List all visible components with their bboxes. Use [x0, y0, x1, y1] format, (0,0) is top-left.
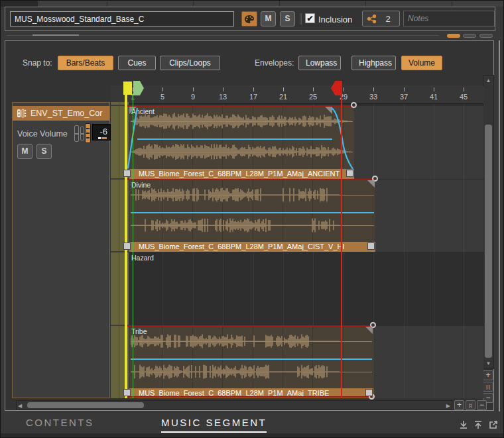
ruler-bar-number: 21 — [274, 93, 292, 101]
volume-envelope-line[interactable] — [131, 358, 372, 360]
horizontal-scrollbar-thumb[interactable] — [27, 402, 144, 408]
fader-icon — [80, 127, 84, 140]
scroll-left-arrow[interactable]: ◀ — [18, 403, 22, 409]
ruler-tick — [344, 87, 344, 91]
ruler-tick — [373, 87, 374, 91]
scroll-down-arrow[interactable]: ▼ — [483, 360, 493, 366]
track-label: Hazard — [131, 254, 211, 262]
voice-volume-number: -6 — [99, 127, 107, 137]
track-label: Ancient — [131, 107, 211, 116]
envelope-bottom-line[interactable] — [124, 396, 372, 398]
clip[interactable]: MUS_Biome_Forest_C_68BPM_L28M_P1M_AMaj_T… — [129, 326, 373, 398]
scroll-right-arrow[interactable]: ▶ — [446, 403, 450, 409]
open-in-new-window-icon[interactable] — [488, 419, 500, 430]
clip[interactable]: MUS_Biome_Forest_C_68BPM_L28M_P1M_AMaj_A… — [129, 106, 354, 179]
pre-entry-column-line — [119, 102, 119, 398]
vertical-scrollbar[interactable]: ▲ ▼ — [483, 75, 494, 369]
ruler-tick — [464, 87, 464, 91]
waveform-zero-line — [131, 121, 353, 122]
voice-volume-label: Voice Volume — [17, 129, 68, 138]
h-zoom-fit-button[interactable]: |:| — [466, 400, 475, 410]
track-empty-right-area[interactable] — [354, 106, 483, 179]
clip-name-bar[interactable]: MUS_Biome_Forest_C_68BPM_L28M_P1M_AMaj_C… — [129, 242, 375, 252]
volume-envelope-line[interactable] — [137, 138, 332, 140]
voice-volume-value[interactable]: -6 — [92, 124, 111, 140]
track-header-panel[interactable]: ENV_ST_Emo_Cor Voice Volume -6 M S — [12, 102, 110, 398]
ruler-bar-number: 25 — [304, 93, 322, 101]
ruler-tick — [404, 87, 405, 91]
ruler-tick — [434, 87, 434, 91]
clip-left-handle[interactable] — [123, 170, 131, 177]
selection-start-flag[interactable] — [123, 82, 132, 95]
ruler-bar-number: 45 — [454, 93, 473, 101]
exit-cue-line[interactable] — [341, 93, 342, 398]
volume-envelope-line[interactable] — [131, 212, 374, 213]
track-name: ENV_ST_Emo_Cor — [31, 109, 102, 118]
clip-left-handle[interactable] — [123, 389, 131, 396]
waveform-zero-line — [131, 225, 374, 226]
scroll-to-top-icon[interactable] — [473, 419, 485, 430]
vertical-scrollbar-thumb[interactable] — [485, 125, 492, 358]
track-header-title-bar[interactable]: ENV_ST_Emo_Cor — [13, 106, 109, 121]
tab-music-segment[interactable]: MUSIC SEGMENT — [161, 417, 267, 433]
fader-icon — [74, 125, 79, 142]
track-mute-button[interactable]: M — [17, 144, 32, 159]
ruler-tick — [313, 87, 314, 91]
ruler-bar-number: 33 — [364, 93, 383, 101]
track-label: Divine — [131, 181, 211, 190]
clip-right-handle[interactable] — [367, 243, 375, 250]
waveform-zero-line — [131, 372, 372, 372]
music-track-icon — [17, 109, 27, 118]
clip[interactable]: MUS_Biome_Forest_C_68BPM_L28M_P1M_AMaj_C… — [129, 180, 375, 252]
ruler-tick — [133, 87, 133, 91]
v-zoom-fit-button[interactable]: |:| — [483, 382, 493, 392]
envelope-top-line[interactable] — [124, 179, 375, 180]
music-segment-editor-window: M S ✔ Inclusion 2 Snap to: Bars/Beats Cu… — [0, 0, 504, 438]
value-indicator-white — [98, 137, 101, 139]
clip-right-handle[interactable] — [346, 170, 353, 177]
track-empty-right-area[interactable] — [373, 326, 483, 398]
clip-name-bar[interactable]: MUS_Biome_Forest_C_68BPM_L28M_P1M_AMaj_A… — [129, 169, 354, 179]
scroll-up-arrow[interactable]: ▲ — [483, 78, 493, 83]
ruler-tick — [193, 87, 194, 91]
clip-right-handle[interactable] — [365, 389, 373, 396]
track-label: Tribe — [131, 327, 211, 336]
window-bottom-edge — [1, 433, 504, 438]
ruler-tick — [253, 87, 254, 91]
ruler-bar-number: 41 — [424, 93, 443, 101]
selection-start-line[interactable] — [125, 82, 127, 398]
waveform-zero-line — [131, 152, 353, 152]
track-empty-right-area[interactable] — [375, 180, 483, 252]
tab-contents[interactable]: CONTENTS — [26, 417, 94, 428]
ruler-tick — [223, 87, 223, 91]
envelope-point-handle[interactable] — [351, 102, 357, 108]
h-zoom-out-button[interactable]: − — [477, 400, 487, 410]
voice-volume-fader[interactable] — [85, 123, 91, 143]
v-zoom-in-button[interactable]: + — [483, 370, 493, 380]
track-solo-button[interactable]: S — [36, 144, 52, 159]
value-indicator-orange — [101, 137, 107, 139]
ruler-bar-number: 13 — [214, 93, 232, 101]
entry-cue-line[interactable] — [133, 93, 133, 398]
ruler-bar-number: 9 — [184, 93, 202, 101]
ruler-tick — [283, 87, 284, 91]
ruler-bar-number: 17 — [244, 93, 263, 101]
ruler-bar-number: 5 — [153, 93, 172, 101]
h-zoom-in-button[interactable]: + — [454, 400, 464, 410]
scroll-to-bottom-icon[interactable] — [458, 419, 470, 430]
envelope-top-line[interactable] — [124, 105, 354, 107]
waveform-zero-line — [131, 195, 374, 195]
envelope-top-line[interactable] — [124, 325, 373, 327]
clip-left-handle[interactable] — [123, 243, 131, 250]
horizontal-scrollbar[interactable]: ◀ ▶ — [16, 400, 452, 410]
waveform-zero-line — [131, 341, 372, 342]
ruler-bar-number: 37 — [395, 93, 413, 101]
ruler-tick — [162, 87, 163, 91]
